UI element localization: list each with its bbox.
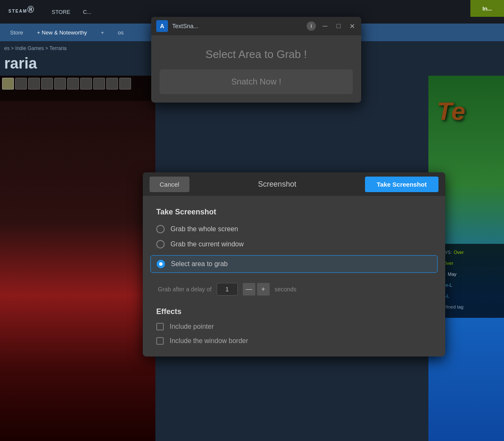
checkbox-include-border <box>156 337 164 345</box>
textsnatcher-dialog: A TextSna... i ─ □ ✕ Select Area to Grab… <box>151 17 361 103</box>
select-area-text: Select Area to Grab ! <box>160 48 353 61</box>
subnav-store[interactable]: Store <box>4 27 29 38</box>
nav-community[interactable]: C... <box>83 9 92 15</box>
radio-current-window <box>156 240 165 248</box>
steam-logo: STEAM® <box>8 4 35 20</box>
textsnatcher-titlebar: A TextSna... i ─ □ ✕ <box>151 17 361 35</box>
radio-select-area <box>157 260 165 268</box>
option-current-window[interactable]: Grab the current window <box>156 240 432 248</box>
screenshot-content: Take Screenshot Grab the whole screen Gr… <box>143 196 445 356</box>
breadcrumb: es > Indie Games > Terraria <box>4 45 67 51</box>
option-current-window-label: Grab the current window <box>171 240 244 248</box>
option-whole-screen[interactable]: Grab the whole screen <box>156 225 432 233</box>
maximize-button[interactable]: □ <box>334 22 343 30</box>
cancel-button[interactable]: Cancel <box>150 177 189 192</box>
screenshot-dialog: Cancel Screenshot Take Screenshot Take S… <box>143 172 445 356</box>
terraria-logo-graphic: Te <box>437 97 465 126</box>
minimize-button[interactable]: ─ <box>321 22 329 30</box>
textsnatcher-app-icon: A <box>156 20 168 32</box>
nav-store[interactable]: STORE <box>52 9 71 15</box>
delay-unit: seconds <box>275 286 297 293</box>
textsnatcher-title: TextSna... <box>172 23 302 29</box>
subnav-plus[interactable]: + <box>95 27 110 38</box>
delay-row: Grab after a delay of — + seconds <box>156 283 432 296</box>
textsnatcher-body: Select Area to Grab ! Snatch Now ! <box>151 35 361 103</box>
tab-screenshot[interactable]: Screenshot <box>196 180 358 189</box>
info-button[interactable]: i <box>307 21 316 31</box>
effects-title: Effects <box>156 307 432 316</box>
take-screenshot-button[interactable]: Take Screenshot <box>365 177 438 192</box>
game-screenshot-area <box>0 76 155 441</box>
radio-whole-screen <box>156 225 165 233</box>
delay-label: Grab after a delay of <box>158 286 212 293</box>
delay-input[interactable] <box>217 283 238 296</box>
effect-include-pointer[interactable]: Include pointer <box>156 323 432 330</box>
subnav-os[interactable]: os <box>112 27 130 38</box>
delay-minus-button[interactable]: — <box>243 283 255 296</box>
option-select-area[interactable]: Select area to grab <box>150 255 438 273</box>
section-title: Take Screenshot <box>156 208 432 217</box>
snatch-now-button[interactable]: Snatch Now ! <box>160 69 353 94</box>
close-button[interactable]: ✕ <box>348 22 356 30</box>
delay-plus-button[interactable]: + <box>257 283 270 296</box>
dialog-controls: i ─ □ ✕ <box>307 21 356 31</box>
checkbox-include-pointer <box>156 323 164 330</box>
effect-include-border[interactable]: Include the window border <box>156 337 432 345</box>
steam-nav: STORE C... <box>52 9 92 15</box>
steam-logo-text: STEAM <box>8 9 27 13</box>
effects-options: Include pointer Include the window borde… <box>156 323 432 345</box>
option-select-area-label: Select area to grab <box>171 260 228 268</box>
page-title: raria <box>4 55 37 72</box>
delay-stepper: — + <box>243 283 270 296</box>
include-border-label: Include the window border <box>170 337 248 345</box>
top-right-user[interactable]: In... <box>470 0 504 17</box>
screenshot-toolbar: Cancel Screenshot Take Screenshot <box>143 172 445 196</box>
screenshot-options: Grab the whole screen Grab the current w… <box>156 225 432 273</box>
include-pointer-label: Include pointer <box>170 323 214 330</box>
option-whole-screen-label: Grab the whole screen <box>171 225 238 233</box>
subnav-new-noteworthy[interactable]: + New & Noteworthy <box>31 27 93 38</box>
